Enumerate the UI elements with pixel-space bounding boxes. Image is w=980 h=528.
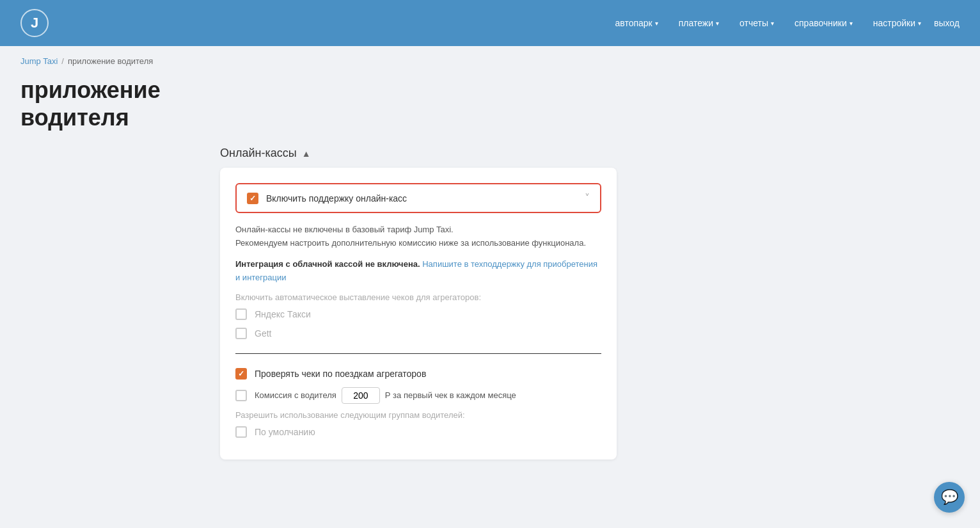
check-receipts-row: Проверять чеки по поездкам агрегаторов xyxy=(235,367,601,381)
gett-label: Gett xyxy=(255,328,271,339)
main-content: Онлайн-кассы ▲ Включить поддержку онлайн… xyxy=(0,147,980,479)
commission-row: Комиссия с водителя Р за первый чек в ка… xyxy=(235,386,601,405)
header: J автопарк ▾ платежи ▾ отчеты ▾ справочн… xyxy=(0,0,980,46)
default-group-label: По умолчанию xyxy=(255,427,315,437)
auto-receipts-label: Включить автоматическое выставление чеко… xyxy=(235,292,601,302)
nav-autopark-chevron: ▾ xyxy=(655,20,658,27)
right-panel: Онлайн-кассы ▲ Включить поддержку онлайн… xyxy=(220,147,617,459)
nav-reports-label: отчеты xyxy=(739,18,768,28)
breadcrumb-current: приложение водителя xyxy=(68,56,153,66)
left-spacer xyxy=(20,147,200,459)
nav-settings-chevron: ▾ xyxy=(918,20,921,27)
default-group-checkbox[interactable] xyxy=(235,426,247,438)
check-receipts-label: Проверять чеки по поездкам агрегаторов xyxy=(255,369,426,379)
main-checkbox[interactable] xyxy=(247,193,258,204)
chat-icon: 💬 xyxy=(941,489,958,506)
gett-row: Gett xyxy=(235,326,601,340)
nav-settings-label: настройки xyxy=(873,18,915,28)
collapse-chevron[interactable]: ˅ xyxy=(585,192,590,204)
nav-payments[interactable]: платежи ▾ xyxy=(679,18,719,28)
online-kassы-card: Включить поддержку онлайн-касс ˅ Онлайн-… xyxy=(220,168,617,459)
nav-references[interactable]: справочники ▾ xyxy=(794,18,853,28)
gett-checkbox[interactable] xyxy=(235,328,247,339)
breadcrumb-separator: / xyxy=(61,56,64,66)
yandex-taxi-label: Яндекс Такси xyxy=(255,309,311,319)
nav-reports-chevron: ▾ xyxy=(771,20,774,27)
section-label: Онлайн-кассы xyxy=(220,147,297,160)
nav-payments-label: платежи xyxy=(679,18,713,28)
chat-button[interactable]: 💬 xyxy=(934,482,965,513)
nav-settings[interactable]: настройки ▾ xyxy=(873,18,921,28)
divider xyxy=(235,353,601,354)
nav-payments-chevron: ▾ xyxy=(716,20,719,27)
commission-checkbox[interactable] xyxy=(235,390,247,401)
breadcrumb: Jump Taxi / приложение водителя xyxy=(0,46,980,71)
logo: J xyxy=(20,9,49,37)
main-checkbox-label: Включить поддержку онлайн-касс xyxy=(266,193,407,204)
section-online-kassы[interactable]: Онлайн-кассы ▲ xyxy=(220,147,617,160)
main-checkbox-row: Включить поддержку онлайн-касс ˅ xyxy=(235,183,601,213)
exit-button[interactable]: выход xyxy=(934,18,960,28)
yandex-taxi-row: Яндекс Такси xyxy=(235,307,601,321)
main-nav: автопарк ▾ платежи ▾ отчеты ▾ справочник… xyxy=(615,18,921,28)
logo-icon: J xyxy=(20,9,49,37)
commission-label: Комиссия с водителя Р за первый чек в ка… xyxy=(255,387,516,404)
default-group-row: По умолчанию xyxy=(235,425,601,439)
yandex-taxi-checkbox[interactable] xyxy=(235,308,247,320)
commission-input[interactable] xyxy=(342,387,380,404)
section-chevron: ▲ xyxy=(302,148,311,159)
breadcrumb-root[interactable]: Jump Taxi xyxy=(20,56,58,66)
page-title: приложениеводителя xyxy=(0,71,980,147)
logo-letter: J xyxy=(31,15,38,31)
nav-references-label: справочники xyxy=(794,18,847,28)
nav-autopark-label: автопарк xyxy=(615,18,652,28)
check-receipts-checkbox[interactable] xyxy=(235,368,247,380)
nav-references-chevron: ▾ xyxy=(850,20,853,27)
nav-autopark[interactable]: автопарк ▾ xyxy=(615,18,658,28)
info-text-1: Онлайн-кассы не включены в базовый тариф… xyxy=(235,223,601,250)
nav-reports[interactable]: отчеты ▾ xyxy=(739,18,774,28)
integration-text: Интеграция с облачной кассой не включена… xyxy=(235,258,601,285)
allow-groups-label: Разрешить использование следующим группа… xyxy=(235,410,601,420)
